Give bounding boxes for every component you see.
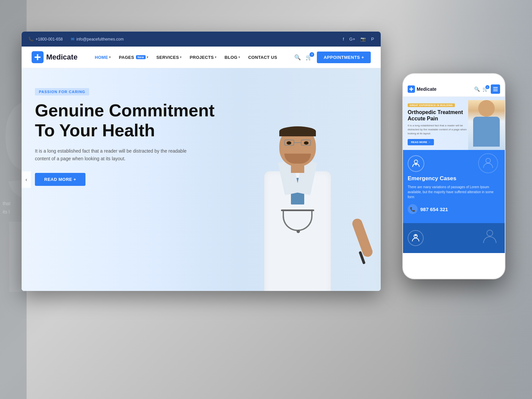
phone-search-icon[interactable]: 🔍 xyxy=(474,86,480,92)
emergency-phone: 📞 987 654 321 xyxy=(408,204,500,214)
slider-arrow-left[interactable]: ‹ xyxy=(22,171,31,188)
glasses-bridge xyxy=(294,142,301,143)
browser-window: 📞 +1800-001-658 ✉ info@peacefulthemes.co… xyxy=(22,32,381,291)
phone-info: 📞 +1800-001-658 xyxy=(28,37,63,42)
menu-line-1 xyxy=(493,87,498,88)
facebook-icon[interactable]: f xyxy=(343,37,344,42)
phone-nav-icons: 🔍 🛒 0 xyxy=(474,84,500,94)
nav-right: 🔍 🛒 0 APPOINTMENTS + xyxy=(294,52,371,63)
hero-content: PASSION FOR CARING Genuine Commitment To… xyxy=(35,88,214,186)
logo-icon xyxy=(32,51,44,63)
emergency-desc: There are many variations of passages of… xyxy=(408,185,500,200)
beard xyxy=(284,154,311,164)
emergency-phone-number: 987 654 321 xyxy=(420,206,448,212)
email-address: info@peacefulthemes.com xyxy=(76,37,124,42)
doctor-area xyxy=(214,68,381,291)
passion-badge: PASSION FOR CARING xyxy=(35,88,89,95)
nav-home[interactable]: HOME ▾ xyxy=(91,53,114,62)
pinterest-icon[interactable]: P xyxy=(371,37,374,42)
phone-status-bar xyxy=(403,74,505,82)
phone-emergency-section: Emergency Cases There are many variation… xyxy=(403,150,505,223)
phone-menu-button[interactable] xyxy=(491,84,500,94)
phone-bottom-icon-main xyxy=(408,230,424,246)
phone-logo-text: Medicate xyxy=(417,86,437,92)
phone-hero-content: GREAT EXPERIENCE IN BUILDING Orthopedic … xyxy=(408,101,467,145)
phone-icon: 📞 xyxy=(28,37,34,42)
cart-button[interactable]: 🛒 0 xyxy=(306,54,312,61)
pages-chevron: ▾ xyxy=(147,56,148,59)
email-info: ✉ info@peacefulthemes.com xyxy=(71,37,124,42)
home-chevron: ▾ xyxy=(109,56,111,59)
arm xyxy=(351,217,374,258)
phone-bottom-bg-icon xyxy=(481,228,498,248)
person-shape xyxy=(468,100,505,150)
phone-bottom-section xyxy=(403,223,505,253)
top-bar-left: 📞 +1800-001-658 ✉ info@peacefulthemes.co… xyxy=(28,37,124,42)
menu-line-2 xyxy=(493,89,498,89)
phone-cart-icon[interactable]: 🛒 0 xyxy=(482,86,488,92)
search-button[interactable]: 🔍 xyxy=(294,54,301,61)
email-icon: ✉ xyxy=(71,37,74,42)
menu-line-3 xyxy=(493,90,498,91)
phone-header: Medicate 🔍 🛒 0 xyxy=(403,82,505,97)
head xyxy=(279,126,316,166)
nav-links: HOME ▾ PAGES New ▾ SERVICES ▾ PROJECTS ▾… xyxy=(91,53,281,62)
logo-text: Medicate xyxy=(46,53,77,62)
pages-badge: New xyxy=(136,55,146,59)
hair xyxy=(279,126,316,136)
navbar: Medicate HOME ▾ PAGES New ▾ SERVICES ▾ P… xyxy=(22,47,381,68)
phone-hero-card: GREAT EXPERIENCE IN BUILDING Orthopedic … xyxy=(403,97,505,150)
top-bar: 📞 +1800-001-658 ✉ info@peacefulthemes.co… xyxy=(22,32,381,47)
phone-person-image xyxy=(468,97,505,150)
svg-rect-6 xyxy=(416,164,416,166)
glasses-left xyxy=(284,140,294,146)
cart-badge: 0 xyxy=(310,52,314,57)
phone-mockup: Medicate 🔍 🛒 0 GREA xyxy=(402,73,505,279)
experience-badge: GREAT EXPERIENCE IN BUILDING xyxy=(408,103,455,107)
phone-logo[interactable]: Medicate xyxy=(408,85,437,93)
phone-read-more-button[interactable]: READ MORE → xyxy=(408,139,434,145)
phone-hero-title: Orthopedic Treatment Accute Pain xyxy=(408,109,467,122)
hero-title: Genuine Commitment To Your Health xyxy=(35,101,214,141)
logo[interactable]: Medicate xyxy=(32,51,77,63)
services-chevron: ▾ xyxy=(180,56,182,59)
glasses-right xyxy=(301,140,311,146)
instagram-icon[interactable]: 📷 xyxy=(360,37,366,42)
hero-section: ‹ PASSION FOR CARING Genuine Commitment … xyxy=(22,68,381,291)
nav-pages[interactable]: PAGES New ▾ xyxy=(116,53,152,62)
stethoscope-end xyxy=(297,230,300,233)
svg-point-4 xyxy=(414,160,418,163)
top-bar-social: f G+ 📷 P xyxy=(343,37,374,42)
nav-projects[interactable]: PROJECTS ▾ xyxy=(187,53,220,62)
phone-cart-badge: 0 xyxy=(485,85,489,89)
emergency-title: Emergency Cases xyxy=(408,175,500,182)
read-more-button[interactable]: READ MORE + xyxy=(35,173,85,186)
phone-hero-desc: It is a long established fact that a rea… xyxy=(408,124,467,136)
nav-services[interactable]: SERVICES ▾ xyxy=(153,53,185,62)
phone-number: +1800-001-658 xyxy=(36,37,63,42)
emergency-doctor-icon xyxy=(408,155,424,172)
svg-point-7 xyxy=(486,158,490,163)
svg-rect-1 xyxy=(35,57,41,58)
phone-logo-icon xyxy=(408,85,415,93)
appointments-button[interactable]: APPOINTMENTS + xyxy=(317,52,371,63)
projects-chevron: ▾ xyxy=(215,56,216,59)
blog-chevron: ▾ xyxy=(238,56,240,59)
google-plus-icon[interactable]: G+ xyxy=(349,37,355,42)
nav-blog[interactable]: BLOG ▾ xyxy=(221,53,243,62)
nav-contact[interactable]: CONTACT US xyxy=(245,53,280,62)
emergency-bg-icon xyxy=(478,153,498,173)
hero-description: It is a long established fact that a rea… xyxy=(35,147,201,163)
svg-rect-3 xyxy=(409,89,413,90)
emergency-phone-icon: 📞 xyxy=(408,204,418,214)
svg-point-11 xyxy=(487,230,493,236)
